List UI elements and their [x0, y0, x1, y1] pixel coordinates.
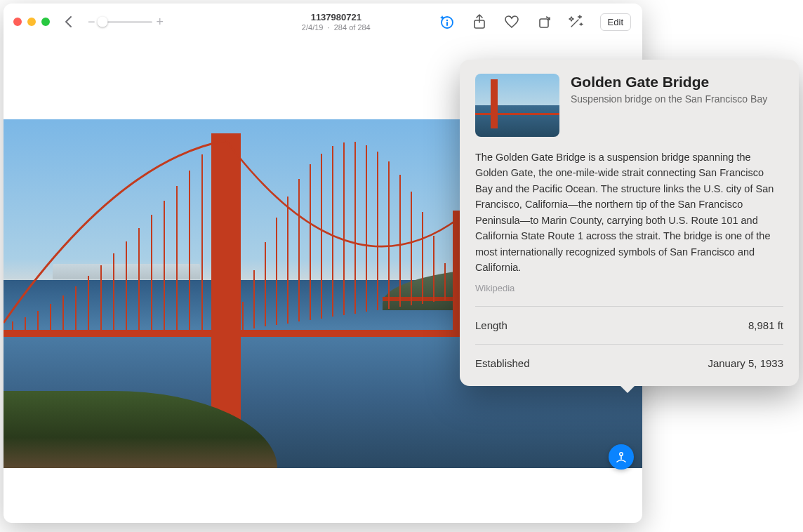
zoom-slider[interactable]: − +: [88, 15, 164, 28]
zoom-out-icon: −: [88, 15, 95, 28]
popover-source[interactable]: Wikipedia: [475, 283, 783, 293]
back-button[interactable]: [60, 13, 78, 31]
svg-point-1: [446, 20, 447, 21]
window-controls: [13, 18, 50, 26]
popover-subtitle: Suspension bridge on the San Francisco B…: [571, 93, 767, 105]
title-block: 1137980721 2/4/19 · 284 of 284: [244, 12, 429, 32]
photo-title: 1137980721: [244, 12, 429, 22]
detail-row-length: Length 8,981 ft: [475, 306, 783, 344]
svg-rect-2: [446, 22, 448, 26]
info-sparkle-icon: [439, 14, 455, 29]
close-window-button[interactable]: [13, 18, 22, 26]
favorite-button[interactable]: [503, 13, 520, 30]
minimize-window-button[interactable]: [27, 18, 36, 26]
rotate-icon: [537, 15, 551, 29]
share-button[interactable]: [471, 13, 488, 30]
share-icon: [472, 14, 486, 29]
popover-details: Length 8,981 ft Established January 5, 1…: [475, 306, 783, 369]
edit-button[interactable]: Edit: [600, 13, 631, 31]
rotate-button[interactable]: [536, 13, 552, 30]
info-button[interactable]: [439, 13, 456, 30]
toolbar-actions: Edit: [439, 13, 632, 31]
popover-thumbnail: [475, 74, 559, 137]
landmark-pin-icon: [615, 451, 628, 463]
zoom-in-icon: +: [157, 15, 164, 28]
popover-title: Golden Gate Bridge: [571, 74, 767, 91]
svg-rect-4: [540, 19, 548, 27]
visual-lookup-popover: Golden Gate Bridge Suspension bridge on …: [460, 60, 799, 386]
enhance-button[interactable]: [568, 13, 585, 30]
bridge-tower-near: [211, 133, 241, 435]
photo-subtitle: 2/4/19 · 284 of 284: [244, 23, 429, 32]
visual-lookup-button[interactable]: [609, 444, 634, 470]
fullscreen-window-button[interactable]: [41, 18, 50, 26]
wand-icon: [569, 14, 584, 29]
popover-description: The Golden Gate Bridge is a suspension b…: [475, 149, 783, 276]
toolbar: − + 1137980721 2/4/19 · 284 of 284: [4, 4, 642, 40]
detail-row-established: Established January 5, 1933: [475, 344, 783, 369]
chevron-left-icon: [64, 15, 74, 28]
zoom-track[interactable]: [100, 21, 152, 23]
heart-icon: [504, 15, 519, 29]
zoom-thumb[interactable]: [97, 17, 107, 27]
popover-header: Golden Gate Bridge Suspension bridge on …: [475, 74, 783, 137]
